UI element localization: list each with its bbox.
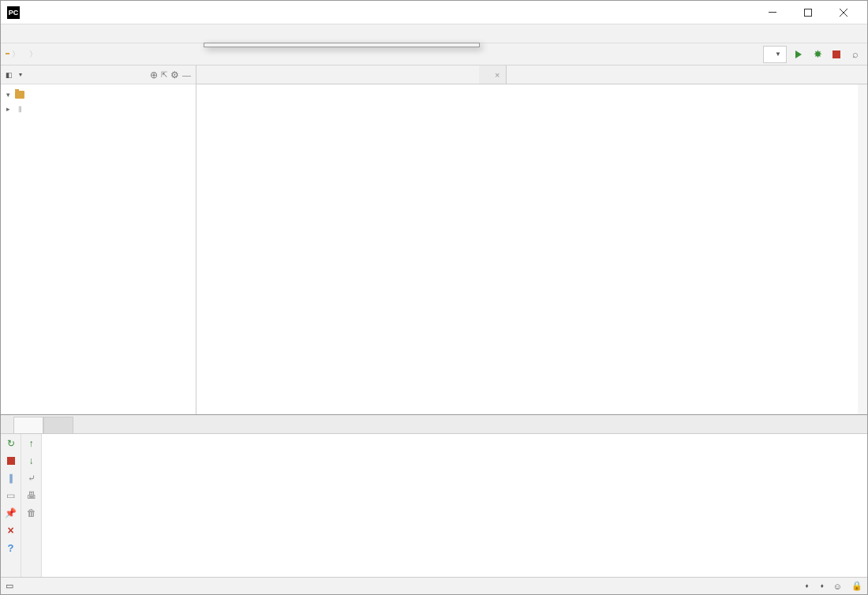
breadcrumb: 〉 〉 <box>6 49 37 60</box>
close-button[interactable]: × <box>5 524 17 537</box>
editor-scrollbar[interactable] <box>858 84 867 414</box>
run-toolbar-primary: ↻ ∥ ▭ 📌 × ? <box>1 434 21 577</box>
run-menu-popup <box>204 43 480 47</box>
status-icon[interactable]: ▭ <box>6 581 17 592</box>
run-tabs <box>1 415 867 434</box>
file-encoding[interactable]: ♦ <box>818 582 824 589</box>
run-tab[interactable] <box>43 417 73 433</box>
chevron-down-icon: ▼ <box>775 51 781 58</box>
python-icon <box>22 421 32 430</box>
clear-all-button[interactable]: 🗑 <box>25 507 38 519</box>
collapse-all-icon[interactable]: ⇱ <box>161 70 167 79</box>
run-button[interactable] <box>791 47 806 62</box>
titlebar: PC <box>1 1 867 24</box>
app-logo: PC <box>7 6 20 19</box>
run-configuration-selector[interactable]: ▼ <box>763 46 787 63</box>
editor-tabs: × <box>196 65 867 84</box>
help-button[interactable]: ? <box>5 541 17 554</box>
menubar <box>1 24 867 43</box>
read-only-icon[interactable]: 🔒 <box>851 581 862 591</box>
run-toolbar-secondary: ↑ ↓ ⤶ 🖶 🗑 <box>21 434 42 577</box>
chevron-right-icon: 〉 <box>29 49 37 60</box>
run-tool-window: ↻ ∥ ▭ 📌 × ? ↑ ↓ ⤶ 🖶 🗑 <box>1 414 867 577</box>
settings-icon[interactable]: ⚙ <box>170 69 179 80</box>
pin-tab-button[interactable]: 📌 <box>5 507 17 519</box>
run-panel-label <box>4 415 13 433</box>
tree-external-libraries[interactable]: ▸ ⫴ <box>1 102 196 116</box>
close-tab-icon[interactable]: × <box>495 70 499 80</box>
minimize-button[interactable] <box>754 1 790 24</box>
editor-tab[interactable]: × <box>479 65 507 84</box>
debug-button[interactable]: ✸ <box>810 47 825 62</box>
hide-icon[interactable]: — <box>182 70 191 80</box>
project-tree[interactable]: ▾ ▸ ⫴ <box>1 84 196 414</box>
stop-button[interactable] <box>829 47 844 62</box>
soft-wrap-button[interactable]: ⤶ <box>25 472 38 485</box>
stop-button[interactable] <box>5 455 17 467</box>
search-everywhere-button[interactable]: ⌕ <box>848 47 862 62</box>
project-tool-window: ◧ ▾ ⊕ ⇱ ⚙ — ▾ ▸ ⫴ <box>1 65 196 414</box>
main-area: ◧ ▾ ⊕ ⇱ ⚙ — ▾ ▸ ⫴ <box>1 65 867 414</box>
project-view-icon[interactable]: ◧ <box>6 71 13 79</box>
scroll-from-source-icon[interactable]: ⊕ <box>150 69 158 80</box>
run-console[interactable] <box>42 434 867 577</box>
maximize-button[interactable] <box>790 1 825 24</box>
chevron-down-icon[interactable]: ▾ <box>19 71 22 78</box>
close-button[interactable] <box>825 1 861 24</box>
expand-icon[interactable]: ▾ <box>4 91 12 99</box>
down-stack-button[interactable]: ↓ <box>25 455 38 467</box>
restore-layout-button[interactable]: ▭ <box>5 489 17 502</box>
svg-rect-1 <box>804 9 811 16</box>
chevron-right-icon: 〉 <box>12 49 20 60</box>
expand-icon[interactable]: ▸ <box>4 105 12 113</box>
folder-icon <box>14 89 25 100</box>
up-stack-button[interactable]: ↑ <box>25 437 38 450</box>
run-tab[interactable] <box>13 417 43 433</box>
svg-rect-0 <box>769 12 776 13</box>
pause-button[interactable]: ∥ <box>5 472 17 485</box>
print-button[interactable]: 🖶 <box>25 489 38 502</box>
rerun-button[interactable]: ↻ <box>5 437 17 450</box>
libraries-icon: ⫴ <box>14 103 25 114</box>
statusbar: ▭ ♦ ♦ ☺ 🔒 <box>1 577 867 594</box>
editor-area: × <box>196 65 867 414</box>
inspections-icon[interactable]: ☺ <box>833 582 842 591</box>
project-header: ◧ ▾ ⊕ ⇱ ⚙ — <box>1 65 196 84</box>
python-icon <box>52 421 62 430</box>
code-editor[interactable] <box>196 84 867 414</box>
line-separator[interactable]: ♦ <box>803 582 809 589</box>
tree-root[interactable]: ▾ <box>1 88 196 102</box>
